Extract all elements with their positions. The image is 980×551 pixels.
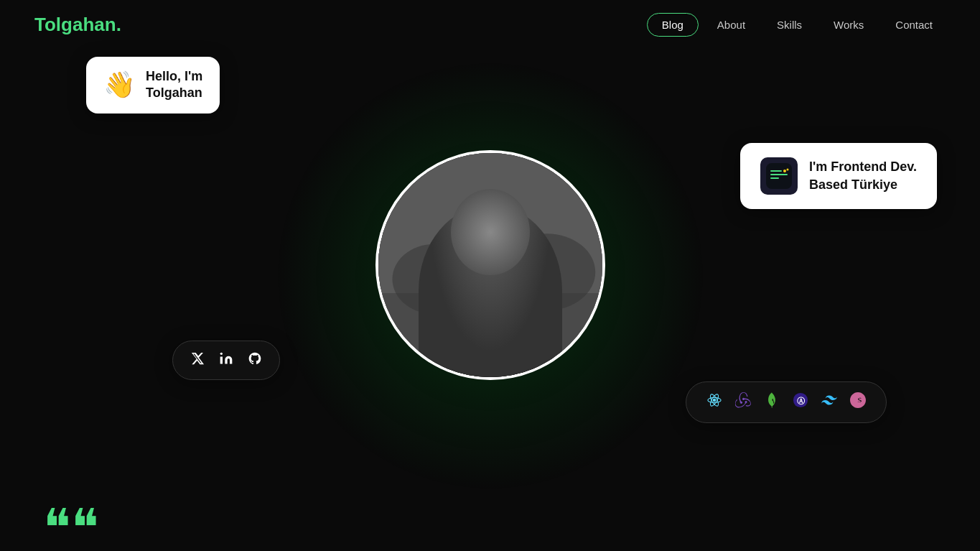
nav-about[interactable]: About xyxy=(704,13,758,37)
svg-point-4 xyxy=(427,314,554,377)
mongodb-icon xyxy=(764,392,780,412)
site-logo[interactable]: Tolgahan. xyxy=(34,14,121,36)
react-icon xyxy=(706,392,722,412)
hero-section: 👋 Hello, I'mTolgahan xyxy=(0,42,980,488)
nav-works[interactable]: Works xyxy=(821,13,877,37)
greeting-text: Hello, I'mTolgahan xyxy=(146,68,202,102)
dev-icon xyxy=(760,157,798,195)
avatar-image xyxy=(378,153,602,377)
dev-card: I'm Frontend Dev.Based Türkiye xyxy=(740,143,937,209)
svg-point-10 xyxy=(491,239,531,284)
svg-rect-21 xyxy=(770,170,782,172)
svg-rect-6 xyxy=(480,297,500,325)
nav-links: Blog About Skills Works Contact xyxy=(647,13,946,37)
svg-point-26 xyxy=(220,353,223,355)
nav-skills[interactable]: Skills xyxy=(764,13,815,37)
tailwind-icon xyxy=(821,392,837,412)
svg-point-11 xyxy=(465,293,514,321)
greeting-card: 👋 Hello, I'mTolgahan xyxy=(86,57,220,114)
svg-point-8 xyxy=(444,220,536,283)
navigation: Tolgahan. Blog About Skills Works Contac… xyxy=(0,0,980,50)
svg-point-24 xyxy=(783,170,786,172)
avatar-svg xyxy=(378,153,602,377)
greeting-emoji: 👋 xyxy=(103,70,136,100)
svg-point-19 xyxy=(476,293,504,305)
svg-point-7 xyxy=(444,233,536,332)
quote-marks: ❝❝ xyxy=(43,502,937,551)
svg-rect-23 xyxy=(770,177,779,179)
quote-section: ❝❝ We're here to put a dent in the unive… xyxy=(0,488,980,551)
dev-text: I'm Frontend Dev.Based Türkiye xyxy=(809,158,917,194)
logo-text: Tolgahan xyxy=(34,14,116,35)
nav-contact[interactable]: Contact xyxy=(882,13,946,37)
svg-rect-22 xyxy=(770,174,788,175)
nav-blog[interactable]: Blog xyxy=(647,13,699,37)
dev-icon-svg xyxy=(766,163,792,189)
svg-point-13 xyxy=(487,295,508,312)
svg-point-25 xyxy=(787,169,789,171)
svg-point-12 xyxy=(472,295,493,312)
svg-rect-20 xyxy=(766,163,792,189)
svg-line-17 xyxy=(457,284,462,285)
avatar xyxy=(375,150,605,380)
social-card xyxy=(172,341,280,380)
logo-dot: . xyxy=(116,14,121,35)
svg-point-9 xyxy=(448,237,490,286)
redux-icon xyxy=(735,392,751,412)
svg-point-2 xyxy=(392,244,476,315)
svg-point-3 xyxy=(497,233,595,310)
svg-rect-14 xyxy=(462,279,487,295)
tech-card: Ⓐ xyxy=(686,381,887,423)
svg-line-18 xyxy=(518,284,523,284)
svg-text:Ⓐ: Ⓐ xyxy=(797,397,806,405)
linkedin-icon[interactable] xyxy=(219,351,233,369)
svg-rect-5 xyxy=(441,321,539,377)
twitter-icon[interactable] xyxy=(190,351,205,369)
sass-icon xyxy=(850,392,866,412)
github-icon[interactable] xyxy=(248,351,262,369)
apollo-icon: Ⓐ xyxy=(793,392,808,412)
svg-rect-15 xyxy=(493,279,518,295)
svg-point-27 xyxy=(713,399,717,402)
